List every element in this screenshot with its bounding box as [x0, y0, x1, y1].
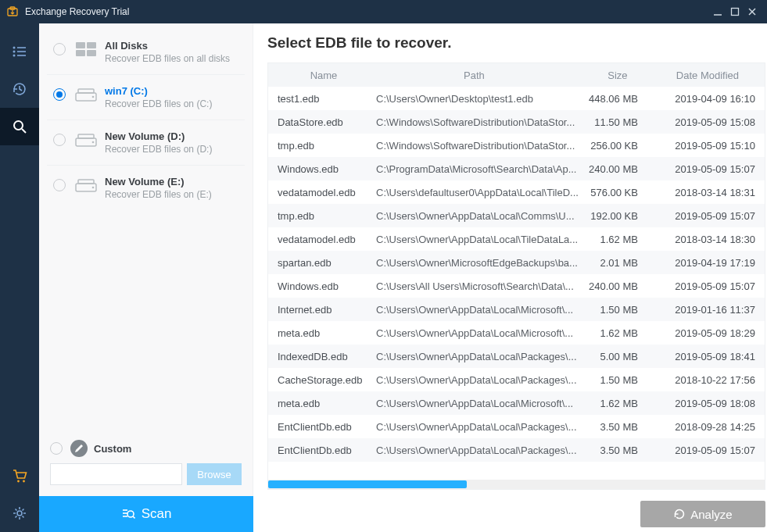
svg-point-15 — [23, 480, 25, 483]
cell-name: Windows.edb — [268, 163, 370, 175]
table-row[interactable]: EntClientDb.edbC:\Users\Owner\AppData\Lo… — [268, 415, 765, 438]
analyze-button[interactable]: Analyze — [640, 501, 765, 527]
table-row[interactable]: EntClientDb.edbC:\Users\Owner\AppData\Lo… — [268, 438, 765, 462]
custom-path-input[interactable] — [50, 463, 182, 485]
all-disks-icon — [75, 41, 97, 60]
cell-path: C:\ProgramData\Microsoft\Search\Data\Ap.… — [370, 163, 579, 175]
drive-item[interactable]: New Volume (E:)Recover EDB files on (E:) — [47, 166, 245, 210]
col-header-date[interactable]: Date Modified — [657, 70, 765, 81]
rail-search-button[interactable] — [0, 108, 39, 145]
cell-name: IndexedDB.edb — [268, 351, 370, 362]
table-row[interactable]: vedatamodel.edbC:\Users\defaultuser0\App… — [268, 180, 765, 204]
drive-radio[interactable] — [53, 88, 66, 101]
table-row[interactable]: tmp.edbC:\Windows\SoftwareDistribution\D… — [268, 134, 765, 157]
cell-date: 2019-05-09 15:10 — [657, 140, 765, 152]
table-header: Name Path Size Date Modified — [268, 63, 765, 87]
cell-size: 5.00 MB — [579, 351, 657, 362]
table-row[interactable]: DataStore.edbC:\Windows\SoftwareDistribu… — [268, 110, 765, 134]
svg-point-33 — [127, 511, 134, 517]
rail-settings-button[interactable] — [0, 495, 39, 532]
search-icon — [12, 119, 27, 134]
svg-rect-17 — [76, 42, 85, 48]
analyze-icon — [673, 508, 686, 520]
table-row[interactable]: vedatamodel.edbC:\Users\Owner\AppData\Lo… — [268, 227, 765, 251]
rail-history-button[interactable] — [0, 70, 39, 108]
rail-list-button[interactable] — [0, 33, 39, 70]
history-icon — [12, 81, 27, 97]
table-row[interactable]: Windows.edbC:\Users\All Users\Microsoft\… — [268, 274, 765, 298]
cell-size: 1.62 MB — [579, 327, 657, 339]
drive-icon — [75, 132, 97, 151]
drive-radio[interactable] — [53, 179, 66, 191]
cell-date: 2019-05-09 18:08 — [657, 398, 765, 409]
cell-size: 240.00 MB — [579, 280, 657, 292]
drive-radio[interactable] — [53, 134, 66, 146]
scan-button[interactable]: Scan — [39, 496, 253, 532]
cell-path: C:\Users\defaultuser0\AppData\Local\Tile… — [370, 187, 579, 198]
rail-cart-button[interactable] — [0, 457, 39, 495]
drive-item[interactable]: win7 (C:)Recover EDB files on (C:) — [47, 75, 245, 120]
cell-size: 3.50 MB — [579, 421, 657, 433]
svg-point-16 — [17, 511, 22, 516]
cell-path: C:\Users\Owner\AppData\Local\TileDataLa.… — [370, 234, 579, 245]
app-icon — [6, 5, 19, 18]
custom-area: Custom Browse — [39, 434, 253, 496]
svg-point-10 — [13, 55, 16, 57]
horizontal-scroll-thumb[interactable] — [268, 480, 467, 488]
table-row[interactable]: CacheStorage.edbC:\Users\Owner\AppData\L… — [268, 368, 765, 391]
cell-path: C:\Users\Owner\AppData\Local\Packages\..… — [370, 351, 579, 362]
cell-path: C:\Windows\SoftwareDistribution\DataStor… — [370, 140, 579, 152]
table-row[interactable]: meta.edbC:\Users\Owner\AppData\Local\Mic… — [268, 391, 765, 415]
drive-radio[interactable] — [53, 43, 66, 55]
svg-rect-3 — [732, 9, 739, 16]
col-header-name[interactable]: Name — [268, 70, 370, 81]
custom-radio[interactable] — [50, 442, 63, 455]
cell-name: Windows.edb — [268, 280, 370, 292]
col-header-path[interactable]: Path — [370, 70, 579, 81]
cell-date: 2018-10-22 17:56 — [657, 374, 765, 386]
table-row[interactable]: meta.edbC:\Users\Owner\AppData\Local\Mic… — [268, 321, 765, 345]
browse-button[interactable]: Browse — [187, 463, 242, 485]
footer: Scan Analyze — [39, 496, 767, 532]
cell-path: C:\Users\Owner\AppData\Local\Microsoft\.… — [370, 327, 579, 339]
pencil-icon — [70, 440, 88, 457]
cell-path: C:\Users\Owner\AppData\Local\Microsoft\.… — [370, 304, 579, 316]
cell-date: 2018-03-14 18:30 — [657, 234, 765, 245]
svg-point-8 — [13, 51, 16, 53]
cell-size: 1.50 MB — [579, 304, 657, 316]
drive-subtitle: Recover EDB files on all disks — [105, 53, 230, 64]
table-row[interactable]: tmp.edbC:\Users\Owner\AppData\Local\Comm… — [268, 204, 765, 227]
horizontal-scrollbar[interactable] — [268, 480, 765, 489]
cell-size: 192.00 KB — [579, 210, 657, 222]
window-title: Exchange Recovery Trial — [25, 6, 129, 17]
cell-size: 2.01 MB — [579, 257, 657, 269]
cell-date: 2018-03-14 18:31 — [657, 187, 765, 198]
drive-icon — [75, 177, 97, 196]
cell-date: 2019-05-09 15:07 — [657, 163, 765, 175]
table-row[interactable]: spartan.edbC:\Users\Owner\MicrosoftEdgeB… — [268, 251, 765, 274]
maximize-button[interactable] — [726, 3, 744, 20]
cell-name: spartan.edb — [268, 257, 370, 269]
drive-subtitle: Recover EDB files on (E:) — [105, 189, 212, 200]
col-header-size[interactable]: Size — [579, 70, 657, 81]
svg-rect-19 — [76, 50, 85, 56]
minimize-button[interactable] — [709, 3, 726, 20]
table-row[interactable]: test1.edbC:\Users\Owner\Desktop\test1.ed… — [268, 87, 765, 110]
table-row[interactable]: IndexedDB.edbC:\Users\Owner\AppData\Loca… — [268, 345, 765, 368]
drive-pane: All DisksRecover EDB files on all disksw… — [39, 23, 253, 496]
table-row[interactable]: Internet.edbC:\Users\Owner\AppData\Local… — [268, 298, 765, 321]
cell-date: 2019-04-19 17:19 — [657, 257, 765, 269]
drive-item[interactable]: All DisksRecover EDB files on all disks — [47, 30, 245, 75]
svg-line-13 — [22, 129, 26, 133]
cell-size: 1.62 MB — [579, 234, 657, 245]
table-row[interactable]: Windows.edbC:\ProgramData\Microsoft\Sear… — [268, 157, 765, 180]
cell-size: 3.50 MB — [579, 445, 657, 456]
table-body[interactable]: test1.edbC:\Users\Owner\Desktop\test1.ed… — [268, 87, 765, 480]
cell-path: C:\Users\Owner\AppData\Local\Microsoft\.… — [370, 398, 579, 409]
cart-icon — [12, 468, 27, 484]
close-button[interactable] — [744, 3, 761, 20]
drive-item[interactable]: New Volume (D:)Recover EDB files on (D:) — [47, 120, 245, 166]
drive-icon — [75, 87, 97, 105]
cell-path: C:\Users\Owner\AppData\Local\Packages\..… — [370, 421, 579, 433]
svg-point-22 — [92, 96, 95, 98]
